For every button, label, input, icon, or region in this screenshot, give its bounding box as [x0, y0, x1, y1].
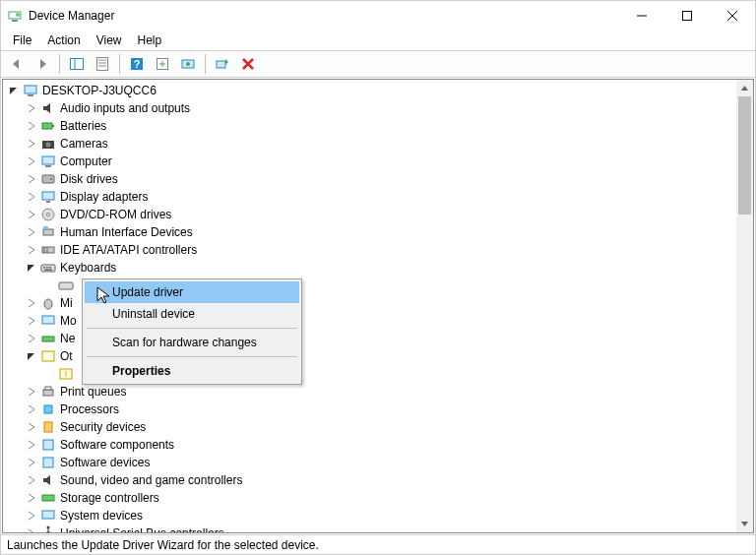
- tree-category[interactable]: System devices: [7, 507, 736, 524]
- processor-icon: [40, 401, 56, 417]
- chevron-right-icon[interactable]: [25, 154, 38, 168]
- chevron-right-icon[interactable]: [25, 119, 38, 133]
- system-icon: [40, 508, 56, 524]
- context-menu-label: Update driver: [112, 285, 183, 299]
- chevron-right-icon[interactable]: [25, 208, 38, 221]
- svg-rect-7: [71, 59, 84, 70]
- tree-root[interactable]: DESKTOP-J3UQCC6: [7, 82, 736, 99]
- svg-rect-47: [42, 351, 54, 361]
- chevron-right-icon[interactable]: [25, 332, 38, 345]
- chevron-right-icon[interactable]: [25, 473, 38, 487]
- svg-rect-33: [43, 229, 53, 235]
- context-scan-hardware[interactable]: Scan for hardware changes: [85, 332, 299, 353]
- svg-rect-55: [43, 458, 53, 467]
- tree-category[interactable]: Batteries: [7, 117, 736, 135]
- context-uninstall-device[interactable]: Uninstall device: [85, 303, 299, 325]
- properties-button[interactable]: [91, 52, 114, 76]
- chevron-right-icon[interactable]: [25, 137, 38, 151]
- keyboard-icon: [40, 260, 56, 276]
- keyboard-icon: [58, 278, 74, 293]
- chevron-right-icon[interactable]: [25, 491, 38, 505]
- minimize-button[interactable]: [619, 1, 664, 31]
- chevron-right-icon[interactable]: [25, 225, 38, 239]
- context-update-driver[interactable]: Update driver: [85, 281, 299, 303]
- chevron-right-icon[interactable]: [25, 101, 38, 115]
- svg-rect-4: [683, 12, 692, 21]
- tree-category[interactable]: Computer: [7, 153, 736, 170]
- printer-icon: [40, 384, 56, 400]
- chevron-right-icon[interactable]: [25, 438, 38, 452]
- usb-icon: [40, 525, 56, 532]
- svg-rect-21: [42, 123, 52, 129]
- chevron-right-icon[interactable]: [25, 456, 38, 469]
- svg-rect-45: [42, 316, 54, 324]
- window-title: Device Manager: [29, 9, 619, 23]
- tree-category[interactable]: Processors: [7, 401, 736, 418]
- chevron-down-icon[interactable]: [25, 349, 38, 363]
- tree-category[interactable]: Storage controllers: [7, 489, 736, 507]
- menu-help[interactable]: Help: [130, 31, 170, 49]
- menu-view[interactable]: View: [89, 31, 130, 49]
- chevron-right-icon[interactable]: [25, 402, 38, 416]
- forward-button[interactable]: [31, 52, 54, 76]
- menu-action[interactable]: Action: [39, 31, 88, 49]
- chevron-right-icon[interactable]: [25, 509, 38, 523]
- chevron-right-icon[interactable]: [25, 190, 38, 204]
- maximize-button[interactable]: [664, 1, 710, 31]
- tree-category[interactable]: Cameras: [7, 135, 736, 153]
- toolbar: ?: [1, 50, 755, 78]
- chevron-right-icon[interactable]: [25, 296, 38, 310]
- tree-category[interactable]: Audio inputs and outputs: [7, 99, 736, 117]
- svg-rect-56: [42, 495, 54, 501]
- scan-hardware-button[interactable]: [211, 52, 234, 76]
- tree-category[interactable]: Software devices: [7, 454, 736, 471]
- menu-file[interactable]: File: [5, 31, 39, 49]
- chevron-right-icon[interactable]: [25, 172, 38, 186]
- back-button[interactable]: [5, 52, 29, 76]
- storage-icon: [40, 490, 56, 506]
- chevron-right-icon[interactable]: [25, 243, 38, 257]
- tree-category[interactable]: IDE ATA/ATAPI controllers: [7, 241, 736, 259]
- tree-category[interactable]: Display adapters: [7, 188, 736, 206]
- svg-text:?: ?: [134, 58, 141, 70]
- scroll-up-button[interactable]: [736, 80, 753, 96]
- tree-category-keyboards[interactable]: Keyboards: [7, 259, 736, 277]
- chevron-right-icon[interactable]: [25, 420, 38, 434]
- svg-rect-29: [42, 192, 54, 200]
- chevron-down-icon[interactable]: [7, 84, 21, 97]
- chevron-right-icon[interactable]: [25, 385, 38, 399]
- svg-rect-30: [46, 201, 50, 203]
- context-menu: Update driver Uninstall device Scan for …: [82, 278, 302, 385]
- svg-rect-19: [25, 86, 36, 93]
- svg-rect-52: [44, 405, 52, 413]
- update-driver-button[interactable]: [176, 52, 200, 76]
- close-button[interactable]: [710, 1, 755, 31]
- svg-rect-51: [45, 387, 51, 390]
- tree-category[interactable]: Security devices: [7, 418, 736, 436]
- ide-icon: [40, 242, 56, 258]
- toolbar-separator: [59, 54, 60, 74]
- tree-category[interactable]: Sound, video and game controllers: [7, 471, 736, 489]
- tree-category[interactable]: Software components: [7, 436, 736, 454]
- chevron-down-icon[interactable]: [25, 261, 38, 275]
- svg-rect-42: [44, 270, 52, 272]
- action-button[interactable]: [151, 52, 174, 76]
- scroll-down-button[interactable]: [736, 516, 753, 532]
- help-button[interactable]: ?: [125, 52, 149, 76]
- computer-icon: [40, 154, 56, 169]
- chevron-right-icon[interactable]: [25, 526, 38, 532]
- svg-rect-27: [42, 175, 54, 183]
- context-properties[interactable]: Properties: [85, 360, 299, 382]
- uninstall-button[interactable]: [236, 52, 260, 76]
- tree-category[interactable]: DVD/CD-ROM drives: [7, 206, 736, 223]
- tree-label: Disk drives: [60, 172, 124, 186]
- tree-category[interactable]: Disk drives: [7, 170, 736, 188]
- vertical-scrollbar[interactable]: [736, 80, 753, 532]
- chevron-right-icon[interactable]: [25, 314, 38, 328]
- tree-category[interactable]: Print queues: [7, 383, 736, 401]
- show-hide-tree-button[interactable]: [65, 52, 89, 76]
- scroll-track[interactable]: [736, 96, 753, 516]
- tree-category[interactable]: Universal Serial Bus controllers: [7, 524, 736, 532]
- tree-category[interactable]: Human Interface Devices: [7, 223, 736, 241]
- scroll-thumb[interactable]: [738, 96, 751, 215]
